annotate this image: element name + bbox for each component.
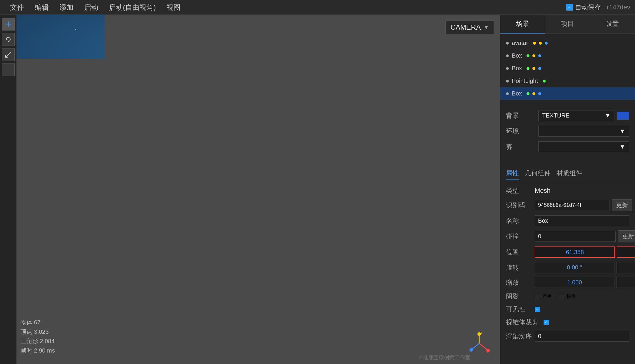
divider2: [500, 163, 635, 163]
scene-item-box1[interactable]: Box: [500, 49, 635, 62]
attr-tab-properties[interactable]: 属性: [506, 167, 519, 180]
svg-line-62: [479, 343, 487, 350]
shadow-cast-cb[interactable]: [535, 294, 540, 299]
scene-item-pointlight[interactable]: PointLight: [500, 75, 635, 87]
collision-row: 碰撞 更新: [506, 230, 629, 242]
type-label: 类型: [506, 186, 532, 195]
scene-props: 背景 TEXTURE ▼ 环境 ▼ 雾 ▼: [500, 105, 635, 162]
scale-label: 缩放: [506, 278, 532, 287]
visible-row: 可见性: [506, 305, 629, 314]
collision-label: 碰撞: [506, 232, 532, 241]
position-label: 位置: [506, 248, 532, 257]
attr-tabs: 属性 几何组件 材质组件: [500, 164, 635, 183]
menu-view[interactable]: 视图: [161, 1, 186, 14]
id-label: 识别码: [506, 201, 532, 210]
bg-select[interactable]: TEXTURE ▼: [538, 110, 614, 121]
render-order-row: 渲染次序: [506, 331, 629, 342]
dot-box1-y: [532, 54, 535, 57]
shadow-label: 阴影: [506, 292, 532, 301]
bg-select-arrow: ▼: [605, 112, 611, 119]
rotation-inputs: [535, 262, 635, 273]
env-row: 环境 ▼: [506, 126, 629, 137]
dot-box2: [506, 67, 509, 70]
fog-arrow: ▼: [619, 143, 625, 150]
pointlight-label: PointLight: [512, 78, 538, 84]
type-row: 类型 Mesh: [506, 186, 629, 195]
render-order-input[interactable]: [535, 331, 629, 342]
menu-file[interactable]: 文件: [5, 1, 29, 14]
box2-label: Box: [512, 65, 522, 72]
collision-update-btn[interactable]: 更新: [618, 230, 635, 242]
name-input[interactable]: [535, 215, 629, 226]
id-input[interactable]: [535, 200, 609, 210]
visible-cb[interactable]: [535, 307, 540, 312]
position-y[interactable]: [617, 246, 635, 258]
scale-y[interactable]: [616, 277, 635, 288]
fog-select[interactable]: ▼: [538, 141, 629, 152]
rotation-x[interactable]: [535, 262, 614, 273]
tab-settings[interactable]: 设置: [590, 15, 635, 33]
auto-save-label: 自动保存: [566, 3, 601, 12]
id-update-btn[interactable]: 更新: [612, 199, 632, 211]
shadow-receive-cb[interactable]: [559, 294, 564, 299]
position-inputs: [535, 246, 635, 258]
menu-start[interactable]: 启动: [79, 1, 103, 14]
dot-box3-g: [527, 92, 529, 95]
toolbar-add-btn[interactable]: [2, 18, 15, 31]
svg-text:X: X: [487, 351, 489, 354]
svg-text:Y: Y: [480, 332, 482, 335]
dot-box3-b: [538, 92, 541, 95]
shadow-checkboxes: 产生 接受: [535, 293, 576, 300]
dot-pl: [506, 80, 509, 83]
attr-tab-geometry[interactable]: 几何组件: [525, 167, 551, 180]
toolbar-select-btn[interactable]: [2, 63, 15, 76]
box1-label: Box: [512, 52, 522, 59]
menu-start-free[interactable]: 启动(自由视角): [103, 1, 161, 14]
bg-color-swatch[interactable]: [617, 112, 629, 120]
viewport[interactable]: CAMERA ▼ 物体 67 顶点 3,023 三角形 2,084 帧时 2.9…: [0, 15, 500, 364]
dot-box1-g: [527, 54, 529, 57]
dot-box3: [506, 92, 509, 95]
position-row: 位置: [506, 246, 629, 258]
rotation-y[interactable]: [616, 262, 635, 273]
shadow-receive-label: 接受: [567, 293, 576, 300]
name-label: 名称: [506, 217, 532, 225]
stat-bodies: 物体 67: [21, 318, 55, 327]
frustum-label: 视锥体裁剪: [506, 318, 541, 327]
position-x[interactable]: [535, 246, 615, 258]
camera-dropdown[interactable]: CAMERA ▼: [445, 21, 494, 34]
dot-avatar: [506, 42, 509, 45]
right-panel: 场景 项目 设置 avatar Box Box: [500, 15, 635, 364]
scale-x[interactable]: [535, 277, 614, 288]
collision-input[interactable]: [535, 231, 616, 242]
visible-label: 可见性: [506, 305, 532, 314]
auto-save-checkbox[interactable]: [566, 4, 573, 11]
scene-item-avatar[interactable]: avatar: [500, 37, 635, 49]
divider1: [500, 104, 635, 104]
dot-avatar-b: [545, 42, 548, 45]
main-content: CAMERA ▼ 物体 67 顶点 3,023 三角形 2,084 帧时 2.9…: [0, 15, 635, 364]
attr-tab-material[interactable]: 材质组件: [557, 167, 582, 180]
menu-add[interactable]: 添加: [54, 1, 79, 14]
watermark: ©唯鹿互联创意工作室: [419, 354, 470, 361]
menu-edit[interactable]: 编辑: [29, 1, 54, 14]
tab-project[interactable]: 项目: [545, 15, 590, 33]
scale-inputs: [535, 277, 635, 288]
frustum-cb[interactable]: [544, 320, 549, 325]
scale-row: 缩放: [506, 277, 629, 288]
scene-item-box3[interactable]: Box: [500, 87, 635, 100]
toolbar-rotate-btn[interactable]: [2, 33, 15, 46]
scene-item-box2[interactable]: Box: [500, 62, 635, 75]
shadow-cast-label: 产生: [542, 293, 552, 300]
svg-text:Z: Z: [469, 350, 471, 353]
stats-overlay: 物体 67 顶点 3,023 三角形 2,084 帧时 2.90 ms: [21, 318, 55, 355]
env-arrow: ▼: [619, 128, 625, 135]
rotation-row: 旋转: [506, 262, 629, 273]
obj-props: 类型 Mesh 识别码 更新 名称 碰撞 更新 位置: [500, 183, 635, 349]
env-select[interactable]: ▼: [538, 126, 629, 137]
fog-row: 雾 ▼: [506, 141, 629, 152]
dot-box3-y: [532, 92, 535, 95]
tab-scene[interactable]: 场景: [500, 15, 545, 33]
avatar-label: avatar: [512, 40, 528, 46]
svg-line-59: [472, 343, 479, 349]
